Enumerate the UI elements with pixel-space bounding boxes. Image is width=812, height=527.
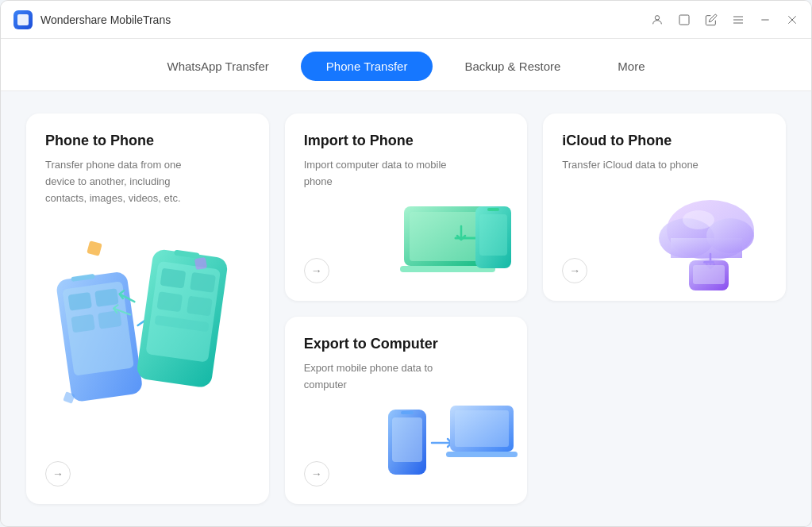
card-phone-to-phone-title: Phone to Phone	[45, 133, 250, 149]
card-import-to-phone[interactable]: Import to Phone Import computer data to …	[285, 113, 528, 301]
svg-rect-1	[679, 15, 689, 25]
minimize-icon[interactable]	[759, 13, 772, 26]
card-export-to-computer[interactable]: Export to Computer Export mobile phone d…	[285, 317, 528, 504]
svg-rect-12	[94, 288, 119, 307]
tab-backup-restore[interactable]: Backup & Restore	[439, 52, 586, 81]
svg-rect-13	[71, 314, 95, 333]
titlebar-controls	[651, 13, 799, 26]
card-icloud-title: iCloud to Phone	[562, 133, 767, 149]
svg-rect-45	[446, 452, 518, 457]
app-icon	[13, 10, 33, 29]
titlebar: Wondershare MobileTrans	[1, 1, 811, 39]
export-illustration	[380, 394, 523, 500]
svg-point-36	[683, 210, 714, 229]
card-phone-to-phone[interactable]: Phone to Phone Transfer phone data from …	[26, 113, 269, 504]
card-import-desc: Import computer data to mobile phone	[304, 157, 447, 190]
svg-rect-20	[156, 291, 183, 312]
svg-rect-30	[479, 214, 507, 256]
edit-icon[interactable]	[705, 13, 718, 26]
card-phone-to-phone-desc: Transfer phone data from one device to a…	[45, 157, 188, 206]
nav-bar: WhatsApp Transfer Phone Transfer Backup …	[1, 39, 811, 91]
svg-rect-19	[190, 272, 216, 293]
svg-point-0	[655, 15, 659, 19]
svg-rect-21	[187, 296, 213, 317]
svg-rect-41	[392, 417, 422, 462]
card-icloud-desc: Transfer iCloud data to phone	[562, 157, 705, 174]
window-icon[interactable]	[678, 13, 691, 26]
card-export-desc: Export mobile phone data to computer	[304, 360, 447, 394]
svg-rect-38	[693, 265, 725, 284]
icloud-illustration	[639, 190, 782, 297]
card-export-arrow[interactable]: →	[304, 461, 329, 487]
tab-more[interactable]: More	[592, 52, 670, 81]
account-icon[interactable]	[651, 13, 664, 26]
svg-rect-14	[98, 310, 122, 329]
svg-rect-27	[410, 212, 486, 261]
app-title: Wondershare MobileTrans	[40, 13, 651, 26]
card-icloud-arrow[interactable]: →	[562, 258, 587, 283]
svg-rect-35	[671, 238, 742, 258]
svg-rect-11	[67, 292, 92, 311]
card-import-arrow[interactable]: →	[304, 258, 329, 283]
cards-area: Phone to Phone Transfer phone data from …	[1, 91, 811, 526]
svg-rect-23	[87, 240, 102, 256]
import-illustration	[384, 190, 523, 297]
tab-whatsapp[interactable]: WhatsApp Transfer	[141, 52, 294, 81]
main-content: WhatsApp Transfer Phone Transfer Backup …	[1, 39, 811, 526]
card-icloud-to-phone[interactable]: iCloud to Phone Transfer iCloud data to …	[543, 113, 786, 301]
svg-rect-42	[401, 411, 414, 414]
card-import-title: Import to Phone	[304, 133, 509, 149]
svg-rect-18	[160, 268, 186, 289]
svg-rect-31	[487, 208, 499, 211]
svg-rect-44	[455, 410, 509, 447]
menu-icon[interactable]	[732, 13, 745, 26]
svg-rect-39	[703, 261, 714, 264]
card-export-title: Export to Computer	[304, 336, 509, 352]
phone-to-phone-illustration	[26, 218, 269, 456]
card-phone-to-phone-arrow[interactable]: →	[45, 461, 71, 487]
close-icon[interactable]	[786, 13, 799, 26]
svg-rect-24	[194, 257, 207, 270]
tab-phone-transfer[interactable]: Phone Transfer	[301, 52, 433, 81]
